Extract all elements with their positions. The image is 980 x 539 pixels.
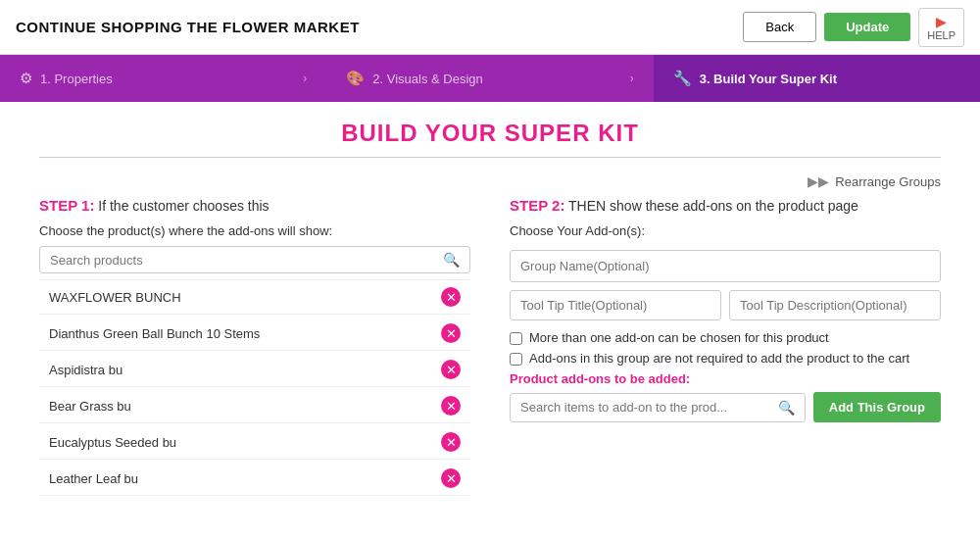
table-row: Dianthus Green Ball Bunch 10 Stems ✕ — [39, 317, 470, 351]
tooltip-desc-input[interactable] — [729, 290, 941, 320]
step2-label: STEP 2: — [510, 197, 564, 214]
wizard-step-visuals[interactable]: 🎨 2. Visuals & Design › — [326, 55, 653, 102]
wizard-steps: ⚙ 1. Properties › 🎨 2. Visuals & Design … — [0, 55, 980, 102]
addon-search-icon[interactable]: 🔍 — [778, 400, 795, 416]
visuals-icon: 🎨 — [346, 70, 365, 87]
back-button[interactable]: Back — [743, 12, 816, 42]
page-title-section: BUILD YOUR SUPER KIT — [0, 102, 980, 164]
addon-search-input[interactable] — [520, 400, 778, 415]
step2-heading: STEP 2: THEN show these add-ons on the p… — [510, 197, 941, 214]
product-search-input[interactable] — [50, 253, 443, 268]
product-name: Aspidistra bu — [49, 363, 122, 377]
build-super-kit-title: BUILD YOUR SUPER KIT — [0, 120, 980, 147]
wizard-step-superkit[interactable]: 🔧 3. Build Your Super Kit — [654, 55, 980, 102]
table-row: Aspidistra bu ✕ — [39, 353, 470, 387]
rearrange-icon: ▶▶ — [808, 173, 829, 189]
title-divider — [39, 157, 941, 158]
group-name-input[interactable] — [510, 250, 941, 282]
table-row: WAXFLOWER BUNCH ✕ — [39, 279, 470, 315]
remove-product-button[interactable]: ✕ — [441, 468, 461, 488]
tooltip-row — [510, 290, 941, 320]
wizard-step-visuals-label: 2. Visuals & Design — [372, 72, 483, 86]
properties-icon: ⚙ — [20, 70, 32, 87]
remove-product-button[interactable]: ✕ — [441, 432, 461, 452]
addon-label: Product add-ons to be added: — [510, 371, 941, 386]
help-icon: ▶ — [927, 14, 956, 29]
product-search-box[interactable]: 🔍 — [39, 246, 470, 273]
header: CONTINUE SHOPPING THE FLOWER MARKET Back… — [0, 0, 980, 55]
product-list: WAXFLOWER BUNCH ✕ Dianthus Green Ball Bu… — [39, 279, 470, 496]
product-name: WAXFLOWER BUNCH — [49, 290, 181, 305]
add-this-group-button[interactable]: Add This Group — [813, 392, 941, 422]
remove-product-button[interactable]: ✕ — [441, 287, 461, 307]
product-name: Dianthus Green Ball Bunch 10 Stems — [49, 326, 260, 341]
optional-addon-checkbox[interactable] — [510, 353, 522, 366]
checkbox-row-2: Add-ons in this group are not required t… — [510, 351, 941, 366]
step1-section: STEP 1: If the customer chooses this Cho… — [39, 197, 470, 496]
checkbox2-label: Add-ons in this group are not required t… — [529, 351, 909, 366]
chevron-icon: › — [303, 72, 307, 85]
help-button[interactable]: ▶ HELP — [918, 8, 964, 47]
step2-section: STEP 2: THEN show these add-ons on the p… — [510, 197, 941, 496]
rearrange-button[interactable]: ▶▶ Rearrange Groups — [808, 173, 941, 189]
checkbox1-label: More than one add-on can be chosen for t… — [529, 330, 829, 345]
superkit-icon: 🔧 — [673, 70, 692, 87]
product-name: Leather Leaf bu — [49, 471, 138, 486]
table-row: Eucalyptus Seeded bu ✕ — [39, 425, 470, 460]
remove-product-button[interactable]: ✕ — [441, 323, 461, 343]
step1-sub: Choose the product(s) where the add-ons … — [39, 223, 470, 238]
search-icon[interactable]: 🔍 — [443, 252, 460, 268]
product-name: Eucalyptus Seeded bu — [49, 435, 176, 450]
table-row: Bear Grass bu ✕ — [39, 389, 470, 423]
header-actions: Back Update ▶ HELP — [743, 8, 964, 47]
wizard-step-properties-label: 1. Properties — [40, 72, 113, 86]
update-button[interactable]: Update — [824, 13, 910, 41]
step1-label: STEP 1: — [39, 197, 94, 214]
step1-desc: If the customer chooses this — [98, 198, 269, 214]
addon-search-box[interactable]: 🔍 — [510, 393, 806, 422]
step1-heading: STEP 1: If the customer chooses this — [39, 197, 470, 214]
chevron-icon-2: › — [630, 72, 634, 85]
product-name: Bear Grass bu — [49, 399, 131, 414]
rearrange-bar: ▶▶ Rearrange Groups — [0, 164, 980, 193]
table-row: Leather Leaf bu ✕ — [39, 462, 470, 496]
checkbox-row-1: More than one add-on can be chosen for t… — [510, 330, 941, 345]
remove-product-button[interactable]: ✕ — [441, 396, 461, 416]
main-content: STEP 1: If the customer chooses this Cho… — [0, 197, 980, 496]
tooltip-title-input[interactable] — [510, 290, 721, 320]
addon-search-row: 🔍 Add This Group — [510, 392, 941, 422]
multi-addon-checkbox[interactable] — [510, 332, 522, 345]
remove-product-button[interactable]: ✕ — [441, 360, 461, 379]
wizard-step-superkit-label: 3. Build Your Super Kit — [700, 72, 837, 86]
choose-addon-label: Choose Your Add-on(s): — [510, 223, 941, 238]
step2-desc: THEN show these add-ons on the product p… — [568, 198, 858, 214]
wizard-step-properties[interactable]: ⚙ 1. Properties › — [0, 55, 326, 102]
page-title: CONTINUE SHOPPING THE FLOWER MARKET — [16, 19, 360, 35]
